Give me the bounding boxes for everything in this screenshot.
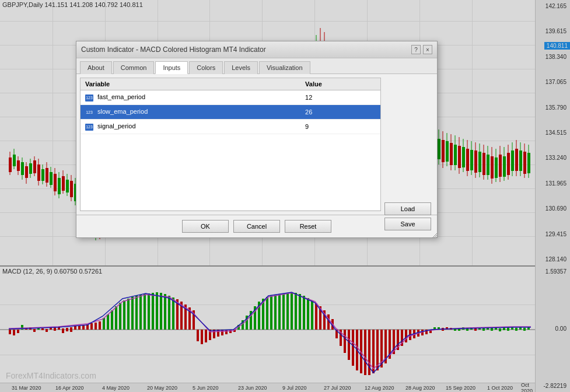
dialog-bottom-buttons: OK Cancel Reset	[76, 215, 437, 237]
var-icon: 123	[85, 124, 93, 131]
tab-visualization[interactable]: Visualization	[259, 61, 310, 74]
tab-common[interactable]: Common	[113, 61, 155, 74]
dialog-title: Custom Indicator - MACD Colored Histogra…	[81, 46, 266, 54]
dialog-tabs: About Common Inputs Colors Levels Visual…	[76, 58, 437, 74]
svg-line-387	[436, 237, 437, 238]
variable-name: slow_ema_period	[97, 108, 148, 115]
dialog-content: Variable Value 123 fast_ema_period 12	[80, 78, 381, 211]
tab-colors[interactable]: Colors	[189, 61, 223, 74]
var-icon: 123	[85, 94, 93, 102]
variable-name: signal_period	[97, 123, 135, 130]
dialog-help-button[interactable]: ?	[411, 45, 421, 54]
ok-button[interactable]: OK	[182, 220, 229, 233]
table-row[interactable]: 123 fast_ema_period 12	[81, 90, 380, 105]
tab-levels[interactable]: Levels	[224, 61, 258, 74]
variable-cell: 123 slow_ema_period	[81, 105, 300, 120]
value-cell[interactable]: 9	[300, 120, 380, 134]
resize-handle[interactable]	[431, 232, 437, 237]
dialog-controls: ? ×	[411, 45, 432, 54]
dialog-window: Custom Indicator - MACD Colored Histogra…	[76, 41, 438, 238]
value-cell[interactable]: 12	[300, 90, 380, 105]
dialog-overlay: Custom Indicator - MACD Colored Histogra…	[0, 0, 570, 392]
table-row[interactable]: 123 slow_ema_period 26	[81, 105, 380, 120]
dialog-right-buttons: Load Save	[384, 202, 431, 230]
load-button[interactable]: Load	[384, 202, 431, 215]
table-row[interactable]: 123 signal_period 9	[81, 120, 380, 134]
dialog-titlebar: Custom Indicator - MACD Colored Histogra…	[76, 41, 437, 58]
variable-cell: 123 fast_ema_period	[81, 90, 300, 105]
inputs-table: Variable Value 123 fast_ema_period 12	[81, 78, 380, 211]
col-value: Value	[300, 78, 380, 90]
reset-button[interactable]: Reset	[285, 220, 331, 233]
tab-about[interactable]: About	[80, 61, 112, 74]
variable-name: fast_ema_period	[97, 93, 145, 100]
dialog-close-button[interactable]: ×	[423, 45, 432, 54]
variable-cell: 123 signal_period	[81, 120, 300, 134]
tab-inputs[interactable]: Inputs	[155, 61, 188, 74]
var-icon: 123	[85, 109, 93, 116]
save-button[interactable]: Save	[384, 218, 431, 230]
value-cell[interactable]: 26	[300, 105, 380, 120]
col-variable: Variable	[81, 78, 300, 90]
chart-area: GBPJPY,Daily 141.151 141.208 140.792 140…	[0, 0, 570, 392]
cancel-button[interactable]: Cancel	[233, 220, 280, 233]
